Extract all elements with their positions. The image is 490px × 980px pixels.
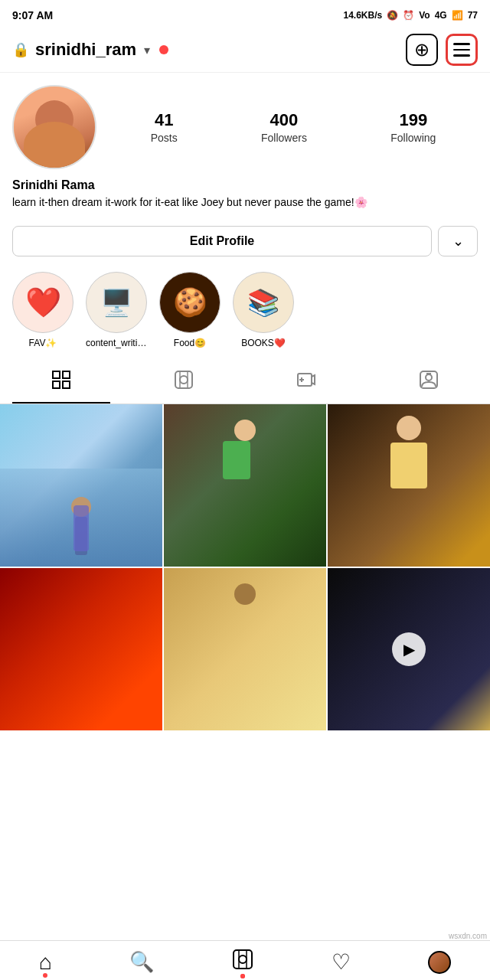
status-sim-icon: Vo xyxy=(419,10,430,21)
posts-count: 41 xyxy=(155,110,173,130)
edit-profile-button[interactable]: Edit Profile xyxy=(12,226,432,256)
status-time: 9:07 AM xyxy=(12,9,53,21)
menu-button[interactable] xyxy=(446,34,478,66)
tab-igtv[interactable] xyxy=(245,361,368,403)
display-name: Srinidhi Rama xyxy=(12,178,478,192)
grid-cell-1[interactable] xyxy=(0,404,162,567)
bio-text: learn it-then dream it-work for it-eat l… xyxy=(12,195,478,211)
tab-tagged[interactable] xyxy=(368,361,490,403)
home-icon: ⌂ xyxy=(39,950,52,975)
heart-icon: ♡ xyxy=(332,949,351,975)
stats-row: 41 Posts 400 Followers 199 Following xyxy=(109,110,478,144)
nav-profile[interactable] xyxy=(428,951,451,974)
svg-rect-2 xyxy=(53,381,60,388)
status-signal-icon: 4G xyxy=(435,10,447,21)
content-icon: 🖥️ xyxy=(100,287,132,318)
stat-followers[interactable]: 400 Followers xyxy=(261,110,307,144)
stat-posts[interactable]: 41 Posts xyxy=(151,110,178,144)
tab-grid[interactable] xyxy=(0,361,122,403)
username-label: srinidhi_ram xyxy=(35,40,136,60)
grid-cell-6[interactable]: ▶ xyxy=(328,568,490,730)
highlight-food[interactable]: 🍪 Food😊 xyxy=(159,272,220,348)
highlight-content[interactable]: 🖥️ content_writin... xyxy=(86,272,147,348)
top-nav-right: ⊕ xyxy=(406,34,478,66)
status-network: 14.6KB/s xyxy=(343,10,382,21)
grid-cell-4[interactable] xyxy=(0,568,162,730)
following-count: 199 xyxy=(399,110,427,130)
following-label: Following xyxy=(390,132,436,144)
nav-profile-avatar xyxy=(428,951,451,974)
highlight-books-circle: 📚 xyxy=(233,272,294,333)
menu-line-3 xyxy=(453,54,470,57)
highlight-fav[interactable]: ❤️ FAV✨ xyxy=(12,272,74,348)
tagged-icon xyxy=(419,370,439,394)
status-wifi-icon: 📶 xyxy=(452,10,463,21)
top-nav: 🔒 srinidhi_ram ▾ ⊕ xyxy=(0,28,490,73)
nav-heart[interactable]: ♡ xyxy=(332,949,351,975)
profile-dropdown-button[interactable]: ⌄ xyxy=(438,226,478,256)
lock-icon: 🔒 xyxy=(12,41,29,58)
reels-nav-icon xyxy=(232,949,253,975)
food-icon: 🍪 xyxy=(173,286,207,318)
highlight-books-label: BOOKS❤️ xyxy=(241,338,286,348)
plus-icon: ⊕ xyxy=(414,39,430,60)
nav-home[interactable]: ⌂ xyxy=(39,950,52,975)
avatar[interactable] xyxy=(12,85,96,169)
highlight-food-label: Food😊 xyxy=(174,338,206,348)
status-right: 14.6KB/s 🔕 ⏰ Vo 4G 📶 77 xyxy=(343,10,478,21)
svg-point-12 xyxy=(426,374,432,381)
svg-rect-4 xyxy=(175,371,192,388)
svg-point-5 xyxy=(180,376,188,384)
status-bar: 9:07 AM 14.6KB/s 🔕 ⏰ Vo 4G 📶 77 xyxy=(0,0,490,28)
add-post-button[interactable]: ⊕ xyxy=(406,34,438,66)
search-icon: 🔍 xyxy=(129,950,154,974)
watermark: wsxdn.com xyxy=(449,932,487,940)
followers-label: Followers xyxy=(261,132,307,144)
svg-rect-1 xyxy=(63,371,70,378)
tab-reels[interactable] xyxy=(122,361,245,403)
highlights-row: ❤️ FAV✨ 🖥️ content_writin... 🍪 Food😊 📚 B… xyxy=(0,263,490,358)
grid-cell-5[interactable] xyxy=(164,568,326,730)
svg-rect-14 xyxy=(234,950,252,969)
home-notification-dot xyxy=(43,973,47,978)
highlight-books[interactable]: 📚 BOOKS❤️ xyxy=(233,272,294,348)
highlight-fav-label: FAV✨ xyxy=(29,338,57,348)
fav-icon: ❤️ xyxy=(25,286,61,319)
svg-rect-0 xyxy=(53,371,60,378)
stat-following[interactable]: 199 Following xyxy=(390,110,436,144)
top-nav-left: 🔒 srinidhi_ram ▾ xyxy=(12,40,168,60)
status-notif-icon: 🔕 xyxy=(387,10,398,21)
chevron-down-icon[interactable]: ▾ xyxy=(144,43,150,57)
chevron-down-icon: ⌄ xyxy=(452,233,464,250)
nav-reels[interactable] xyxy=(232,949,253,975)
highlight-content-label: content_writin... xyxy=(86,338,147,348)
photo-grid: ▶ xyxy=(0,404,490,730)
grid-icon xyxy=(51,370,71,394)
tabs-row xyxy=(0,361,490,404)
grid-cell-2[interactable] xyxy=(164,404,326,567)
books-icon: 📚 xyxy=(247,287,279,318)
highlight-fav-circle: ❤️ xyxy=(12,272,74,333)
profile-section: 41 Posts 400 Followers 199 Following xyxy=(0,73,490,175)
bio-section: Srinidhi Rama learn it-then dream it-wor… xyxy=(0,175,490,220)
menu-line-2 xyxy=(453,49,470,51)
bottom-nav: ⌂ 🔍 ♡ xyxy=(0,940,490,980)
highlight-food-circle: 🍪 xyxy=(159,272,220,333)
svg-point-15 xyxy=(239,956,247,963)
nav-search[interactable]: 🔍 xyxy=(129,950,154,974)
grid-cell-3[interactable] xyxy=(328,404,490,567)
reels-icon xyxy=(174,370,194,394)
igtv-icon xyxy=(296,370,316,394)
active-status-dot xyxy=(159,45,168,54)
status-alarm-icon: ⏰ xyxy=(403,10,414,21)
svg-rect-3 xyxy=(63,381,70,388)
reels-notification-dot xyxy=(240,974,245,978)
menu-line-1 xyxy=(453,43,470,45)
highlight-content-circle: 🖥️ xyxy=(86,272,147,333)
edit-profile-row: Edit Profile ⌄ xyxy=(0,220,490,263)
play-button-overlay: ▶ xyxy=(392,632,426,666)
avatar-image xyxy=(14,87,95,168)
status-battery: 77 xyxy=(468,10,478,21)
followers-count: 400 xyxy=(270,110,299,130)
posts-label: Posts xyxy=(151,132,178,144)
